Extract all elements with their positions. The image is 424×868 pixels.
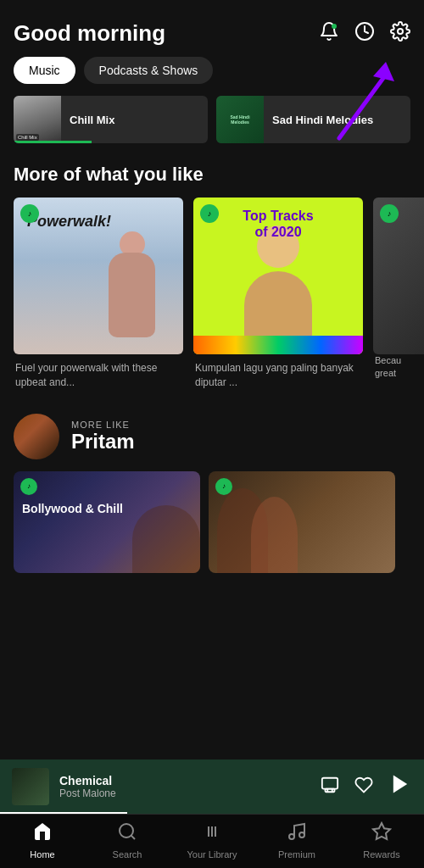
header-icons <box>319 21 410 47</box>
more-like-name: Pritam <box>71 430 135 453</box>
third-card-art: ♪ <box>373 198 424 354</box>
svg-marker-9 <box>393 775 407 793</box>
gear-icon[interactable] <box>390 21 410 47</box>
nav-home[interactable]: Home <box>17 821 68 860</box>
nav-search[interactable]: Search <box>102 821 153 860</box>
bollywood-chill-card[interactable]: ♪ Bollywood & Chill <box>14 471 200 573</box>
svg-point-10 <box>120 824 133 837</box>
nav-premium-label: Premium <box>278 849 315 860</box>
toptracks-art: Top Tracksof 2020 ♪ <box>193 198 363 354</box>
svg-rect-6 <box>326 788 335 792</box>
nav-search-label: Search <box>113 849 142 860</box>
now-playing-title: Chemical <box>59 774 310 787</box>
now-playing-controls <box>321 772 412 802</box>
rp-card-chill-mix[interactable]: Chill Mix Chill Mix <box>14 96 208 143</box>
more-like-label: MORE LIKE <box>71 420 135 430</box>
bollywood-card-title: Bollywood & Chill <box>22 502 123 515</box>
filter-tab-music[interactable]: Music <box>14 57 75 84</box>
powerwalk-spotify-badge: ♪ <box>20 204 39 223</box>
nav-premium[interactable]: Premium <box>271 821 322 860</box>
header: Good morning <box>0 0 424 57</box>
premium-icon <box>287 821 307 847</box>
heart-icon[interactable] <box>354 776 373 798</box>
nav-rewards[interactable]: Rewards <box>356 821 407 860</box>
powerwalk-card[interactable]: Powerwalk! ♪ Fuel your powerwalk with th… <box>14 198 183 390</box>
library-icon <box>202 821 222 847</box>
pritam-avatar <box>14 414 59 459</box>
toptracks-spotify-badge: ♪ <box>200 204 219 223</box>
toptracks-card[interactable]: Top Tracksof 2020 ♪ Kumpulan lagu yang p… <box>193 198 363 390</box>
bollywood2-spotify-badge: ♪ <box>215 478 232 495</box>
svg-point-2 <box>398 29 403 34</box>
svg-point-0 <box>332 24 337 29</box>
more-section-title: More of what you like <box>0 160 424 198</box>
third-desc: Becau great <box>373 354 424 381</box>
svg-rect-5 <box>322 777 338 788</box>
nav-rewards-label: Rewards <box>363 849 399 860</box>
chill-mix-label: Chill Mix <box>61 114 123 126</box>
chill-mix-art: Chill Mix <box>14 96 61 143</box>
third-card[interactable]: ♪ Becau great <box>373 198 424 390</box>
now-playing-bar: Chemical Post Malone <box>0 760 424 814</box>
chill-mix-progress <box>14 141 92 143</box>
svg-line-11 <box>131 836 135 839</box>
bottom-nav: Home Search Your Library P <box>0 814 424 868</box>
powerwalk-desc: Fuel your powerwalk with these upbeat an… <box>14 361 183 390</box>
filter-tabs: Music Podcasts & Shows <box>0 57 424 96</box>
cards-row: Powerwalk! ♪ Fuel your powerwalk with th… <box>0 198 424 398</box>
nav-library-label: Your Library <box>187 849 237 860</box>
greeting: Good morning <box>14 20 165 47</box>
svg-point-15 <box>289 834 294 839</box>
hindi-art: Sad HindiMelodies <box>216 96 264 143</box>
clock-icon[interactable] <box>354 21 375 47</box>
toptracks-desc: Kumpulan lagu yang paling banyak diputar… <box>193 361 363 390</box>
hindi-label: Sad Hindi Melodies <box>264 114 382 126</box>
bell-icon[interactable] <box>319 21 339 47</box>
now-playing-info: Chemical Post Malone <box>59 774 310 799</box>
powerwalk-art: Powerwalk! ♪ <box>14 198 183 354</box>
svg-point-16 <box>299 832 304 837</box>
filter-tab-podcasts[interactable]: Podcasts & Shows <box>84 57 214 84</box>
now-playing-thumbnail <box>12 768 49 805</box>
play-button[interactable] <box>388 772 412 802</box>
bollywood-card-2[interactable]: ♪ <box>209 471 395 573</box>
bollywood-row: ♪ Bollywood & Chill ♪ <box>0 471 424 573</box>
toptracks-title-art: Top Tracksof 2020 <box>243 208 313 240</box>
toptracks-bar <box>193 336 363 354</box>
nav-library[interactable]: Your Library <box>187 821 237 860</box>
search-icon <box>117 821 137 847</box>
more-like-text: MORE LIKE Pritam <box>71 420 135 453</box>
connect-device-icon[interactable] <box>321 776 339 798</box>
third-spotify-badge: ♪ <box>380 204 399 223</box>
recently-played-row: Chill Mix Chill Mix Sad HindiMelodies Sa… <box>0 96 424 160</box>
rp-card-hindi[interactable]: Sad HindiMelodies Sad Hindi Melodies <box>216 96 410 143</box>
rewards-icon <box>371 821 392 847</box>
more-like-section: MORE LIKE Pritam <box>0 398 424 471</box>
bollywood-spotify-badge: ♪ <box>20 478 37 495</box>
now-playing-artist: Post Malone <box>59 787 310 799</box>
powerwalk-title-art: Powerwalk! <box>27 213 111 231</box>
nav-home-label: Home <box>30 849 54 860</box>
home-icon <box>32 821 53 847</box>
